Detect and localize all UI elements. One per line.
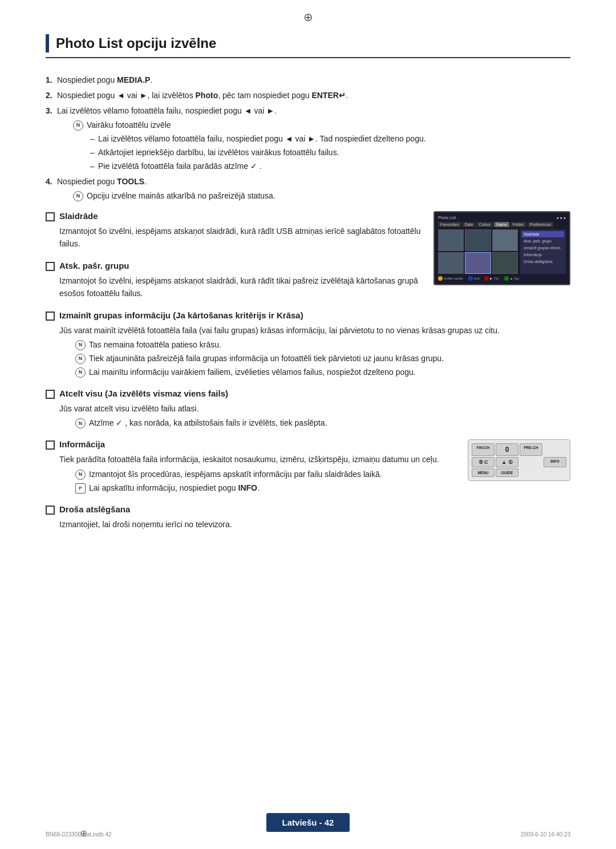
- step-3-note-header: Vairāku fotoattēlu izvēle: [73, 119, 570, 131]
- top-compass-icon: ⊕: [303, 10, 313, 24]
- note-page-icon: [75, 483, 86, 494]
- tv-bottom-bar: Izvēle vairāk. Exit ▶ Tūl. ▲ Agr.: [438, 276, 566, 281]
- section-atsk-title: Atsk. pašr. grupu: [59, 261, 129, 270]
- note-n-icon-1: [73, 120, 83, 131]
- step-4-tools: TOOLS: [117, 177, 144, 186]
- section-slaidrade-text: Izmantojot šo izvēlni, iespējams atskaņo…: [59, 227, 420, 248]
- note-n-icon-2: [73, 191, 83, 201]
- tv-thumb-1: [438, 229, 464, 251]
- informacija-note-1-text: Izmantojot šīs procedūras, iespējams aps…: [89, 468, 382, 480]
- section-atsk: Atsk. pašr. grupu Izmantojot šo izvēlni,…: [46, 261, 422, 300]
- remote-btn-empty2: [520, 457, 542, 467]
- atcelt-note-1: Atzīme ✓ , kas norāda, ka atbilstošais f…: [75, 417, 570, 429]
- tv-title: Photo List: [438, 216, 456, 220]
- section-informacija-body: Tiek parādīta fotoattēla faila informāci…: [46, 453, 456, 494]
- step-3: Lai izvēlētos vēlamo fotoattēla failu, n…: [46, 105, 570, 172]
- tv-tab-favourites: Favourites: [438, 222, 461, 227]
- section-slaidrade-body: Izmantojot šo izvēlni, iespējams atskaņo…: [46, 225, 422, 250]
- step-3-note-header-text: Vairāku fotoattēlu izvēle: [87, 119, 171, 131]
- tv-btn-blue-label: Exit: [474, 277, 480, 280]
- step-4-note: Opciju izvēlne mainās atkarībā no pašrei…: [73, 190, 570, 202]
- remote-btn-up: ▲ ①: [496, 457, 518, 467]
- tv-dots: ● ● ●: [556, 216, 566, 220]
- izmainit-note-3-text: Lai mainītu informāciju vairākiem failie…: [89, 366, 416, 378]
- tv-btn-yellow-label: Izvēle vairāk.: [444, 277, 464, 280]
- tv-menu-panel: Slaidrāde Atsk. pašr. grupu Izmainīt gru…: [520, 229, 566, 274]
- tv-btn-red-label: ▶ Tūl.: [490, 276, 500, 280]
- informacija-page-note: Lai apskatītu informāciju, nospiediet po…: [75, 482, 456, 494]
- footer-meta-right: 2009-6-10 16:40:23: [521, 831, 570, 838]
- section-izmainit-text: Jūs varat mainīt izvēlētā fotoattēla fai…: [59, 324, 570, 337]
- informacija-notes: Izmantojot šīs procedūras, iespējams aps…: [75, 468, 456, 494]
- section-izmainit: Izmainīt grupas informāciju (Ja kārtošan…: [46, 310, 570, 378]
- tv-screenshot: Photo List ● ● ● Favourites Date Colour …: [433, 211, 570, 285]
- checkbox-icon-drosa: [46, 506, 55, 515]
- page-footer: Latviešu - 42: [0, 813, 616, 832]
- step-2-arrow2: ►: [140, 91, 148, 100]
- tv-btn-green-label: ▲ Agr.: [510, 277, 520, 280]
- title-bar-decoration: [46, 34, 49, 52]
- section-slaidrade-header: Slaidrāde: [46, 211, 422, 221]
- tv-tab-name: Name: [494, 222, 509, 227]
- step-3-dash-list: Lai izvēlētos vēlamo fotoattēla failu, n…: [90, 133, 570, 172]
- section-atcelt-body: Jūs varat atcelt visu izvēlēto failu atl…: [46, 402, 570, 429]
- section-izmainit-body: Jūs varat mainīt izvēlētā fotoattēla fai…: [46, 324, 570, 378]
- section-drosa: Droša atslēgšana Izmantojiet, lai droši …: [46, 504, 456, 531]
- checkbox-icon-slaidrade: [46, 212, 55, 221]
- note-n-icon-7: [75, 470, 86, 480]
- numbered-steps: Nospiediet pogu MEDIA.P. Nospiediet pogu…: [46, 74, 570, 202]
- step-2-arrow1: ◄: [117, 91, 125, 100]
- remote-btn-guide: GUIDE: [496, 468, 518, 477]
- tv-btn-blue: Exit: [468, 276, 480, 281]
- section-atcelt-title: Atcelt visu (Ja izvēlēts vismaz viens fa…: [59, 389, 228, 398]
- tv-btn-yellow: Izvēle vairāk.: [438, 276, 464, 281]
- section-drosa-header: Droša atslēgšana: [46, 504, 456, 515]
- checkbox-icon-atcelt: [46, 390, 55, 399]
- izmainit-note-1-text: Tas nemaina fotoattēla patieso krāsu.: [89, 339, 221, 351]
- informacija-left: Informācija Tiek parādīta fotoattēla fai…: [46, 439, 456, 541]
- section-atcelt-text: Jūs varat atcelt visu izvēlēto failu atl…: [59, 402, 570, 415]
- section-informacija: Informācija Tiek parādīta fotoattēla fai…: [46, 439, 456, 494]
- step-4-note-text: Opciju izvēlne mainās atkarībā no pašrei…: [87, 190, 275, 202]
- tv-thumb-5: [465, 252, 491, 274]
- remote-btn-empty1: [544, 443, 566, 456]
- page-title-container: Photo List opciju izvēlne: [46, 34, 570, 58]
- tv-menu-slaidrade: Slaidrāde: [522, 231, 564, 237]
- section-atcelt: Atcelt visu (Ja izvēlēts vismaz viens fa…: [46, 389, 570, 429]
- section-izmainit-title: Izmainīt grupas informāciju (Ja kārtošan…: [59, 310, 303, 320]
- step-3-dash-1: Lai izvēlētos vēlamo fotoattēla failu, n…: [90, 133, 570, 145]
- section-drosa-title: Droša atslēgšana: [59, 504, 130, 514]
- tv-menu-drosa: Droša atslēgšana: [522, 258, 564, 265]
- tv-thumb-3: [492, 229, 518, 251]
- checkbox-icon-atsk: [46, 262, 55, 271]
- left-sections: Slaidrāde Izmantojot šo izvēlni, iespēja…: [46, 211, 422, 310]
- footer-meta-left: BN68-02330E-Lat.indb 42: [46, 831, 112, 838]
- tv-menu-atsk: Atsk. pašr. grupu: [522, 238, 564, 244]
- tv-yellow-circle: [438, 276, 443, 281]
- step-3-dash-2: Atkārtojiet iepriekšējo darbību, lai izv…: [90, 147, 570, 159]
- tv-thumb-6: [492, 252, 518, 274]
- izmainit-note-3: Lai mainītu informāciju vairākiem failie…: [75, 366, 570, 378]
- remote-btn-info: INFO: [544, 457, 566, 467]
- tv-btn-red: ▶ Tūl.: [484, 276, 500, 281]
- tv-blue-circle: [468, 276, 473, 281]
- bottom-compass-icon: ⊕: [80, 828, 87, 839]
- checkbox-icon-izmainit: [46, 312, 55, 321]
- tv-menu-izmainit: Izmainīt grupas inform.: [522, 245, 564, 251]
- note-n-icon-6: [75, 418, 86, 428]
- section-atsk-body: Izmantojot šo izvēlni, iespējams atskaņo…: [46, 274, 422, 300]
- section-atcelt-header: Atcelt visu (Ja izvēlēts vismaz viens fa…: [46, 389, 570, 399]
- section-drosa-text: Izmantojiet, lai droši noņemtu ierīci no…: [59, 520, 232, 529]
- tv-top-bar: Photo List ● ● ●: [438, 216, 566, 220]
- informacija-with-remote: Informācija Tiek parādīta fotoattēla fai…: [46, 439, 570, 541]
- tv-menu-info: Informācija: [522, 252, 564, 258]
- tv-btn-green: ▲ Agr.: [504, 276, 520, 281]
- section-atsk-header: Atsk. pašr. grupu: [46, 261, 422, 271]
- tv-thumb-4: [438, 252, 464, 274]
- page: ⊕ Photo List opciju izvēlne Nospiediet p…: [0, 0, 616, 849]
- note-n-icon-5: [75, 367, 86, 378]
- tv-tab-colour: Colour: [476, 222, 493, 227]
- step-4: Nospiediet pogu TOOLS. Opciju izvēlne ma…: [46, 176, 570, 202]
- step-2: Nospiediet pogu ◄ vai ►, lai izvēlētos P…: [46, 90, 570, 102]
- note-n-icon-3: [75, 340, 86, 350]
